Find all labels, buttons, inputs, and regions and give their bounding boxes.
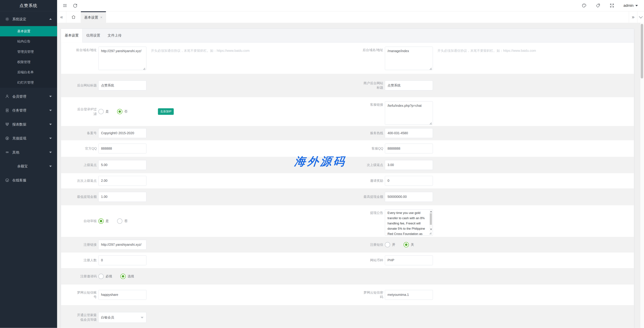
field-label: 梦网云短信账号 xyxy=(74,290,97,299)
radio-icon[interactable] xyxy=(98,109,104,114)
sidebar-item-site-announcement[interactable]: 站内公告 xyxy=(0,36,57,47)
link-icon xyxy=(5,150,10,155)
third-parent-rebate-input[interactable] xyxy=(98,176,146,186)
sidebar-item-basic-settings[interactable]: 基本设置 xyxy=(0,26,57,36)
sidebar-item-others[interactable]: 其他 xyxy=(0,147,57,158)
scroll-tabs-left-icon[interactable]: « xyxy=(57,11,66,23)
min-withdraw-input[interactable] xyxy=(98,192,146,202)
register-link-input[interactable] xyxy=(98,240,146,250)
collapse-sidebar-icon[interactable] xyxy=(62,3,67,8)
register-sms-option-0[interactable]: 开 xyxy=(385,242,395,247)
sidebar-item-label: 会员管理 xyxy=(12,94,26,99)
settings-card: 基本设置信用设置文件上传 前台域名/地址开头必须加通信协议，末尾不要留斜杠。如：… xyxy=(61,29,634,328)
settings-tab-credit-settings[interactable]: 信用设置 xyxy=(82,29,104,42)
sidebar-item-report-data[interactable]: 报表数据 xyxy=(0,119,57,130)
service-link-textarea[interactable] xyxy=(385,101,433,125)
tab-label: 基本设置 xyxy=(84,15,98,20)
field-label: 备案号 xyxy=(74,131,97,135)
chevron-down-icon xyxy=(49,138,52,139)
site-currency-input[interactable] xyxy=(385,255,433,265)
back-domain-textarea[interactable] xyxy=(385,47,433,70)
form-cell-right: 网站币种 xyxy=(348,252,634,268)
max-withdraw-input[interactable] xyxy=(385,192,433,202)
radio-selected-icon[interactable] xyxy=(404,242,409,247)
radio-icon[interactable] xyxy=(385,242,390,247)
radio-icon[interactable] xyxy=(98,274,104,279)
sidebar-item-backend-whitelist[interactable]: 后端白名单 xyxy=(0,67,57,78)
sidebar-item-online-service[interactable]: 在线客服 xyxy=(0,175,57,185)
settings-tab-basic-settings[interactable]: 基本设置 xyxy=(61,29,82,43)
user-menu[interactable]: admin xyxy=(624,4,638,8)
home-tab[interactable] xyxy=(66,11,81,23)
yen-icon xyxy=(5,136,10,141)
sidebar-item-task-management[interactable]: 任务管理 xyxy=(0,105,57,116)
auto-review-option-0[interactable]: 是 xyxy=(98,218,109,224)
official-qq-input[interactable] xyxy=(98,144,146,154)
cloud-butler-min-level-select[interactable]: 白银会员 xyxy=(98,312,146,323)
scrollbar-thumb[interactable] xyxy=(641,24,643,79)
tab-basic-settings[interactable]: 基本设置 × xyxy=(81,11,106,23)
chevron-down-icon xyxy=(639,15,642,18)
tasks-icon xyxy=(5,108,10,113)
page-scrollbar[interactable] xyxy=(640,23,644,328)
fullscreen-icon[interactable] xyxy=(610,3,614,8)
form-row: 官方QQ客服QQ xyxy=(61,140,634,157)
close-icon[interactable]: × xyxy=(100,15,102,20)
radio-label: 是 xyxy=(106,219,109,223)
sidebar-item-slideshow-management[interactable]: 幻灯片管理 xyxy=(0,78,57,88)
admin-site-title-input[interactable] xyxy=(98,81,146,90)
radio-selected-icon[interactable] xyxy=(98,218,104,224)
withdraw-notice-textarea[interactable]: Every time you use gold transfer to cash… xyxy=(385,209,433,236)
sidebar-item-system-settings[interactable]: 系统设定 xyxy=(0,14,57,24)
home-icon xyxy=(71,15,76,20)
textarea-scrollbar[interactable] xyxy=(429,210,432,231)
scrollbar-thumb[interactable] xyxy=(430,213,432,225)
sidebar-item-recharge-withdraw[interactable]: 充值提现 xyxy=(0,133,57,144)
tab-actions-menu[interactable] xyxy=(637,11,644,23)
scroll-tabs-right-icon[interactable]: » xyxy=(629,11,637,23)
mengwang-sms-password-input[interactable] xyxy=(385,290,433,300)
theme-palette-icon[interactable] xyxy=(582,3,586,8)
auto-review-option-1[interactable]: 否 xyxy=(117,218,128,224)
invite-reward-input[interactable] xyxy=(385,176,433,186)
login-ip-filter-option-1[interactable]: 否 xyxy=(117,109,128,114)
register-invite-code-option-1[interactable]: 选填 xyxy=(120,274,134,279)
field-label: 开通云管家最低会员等级 xyxy=(74,313,97,322)
field-label: 前台域名/地址 xyxy=(74,43,97,52)
sidebar-item-member-management[interactable]: 会员管理 xyxy=(0,91,57,102)
register-sms-radio-group: 开关 xyxy=(385,242,422,247)
register-sms-option-1[interactable]: 关 xyxy=(404,242,414,247)
front-domain-textarea[interactable] xyxy=(98,47,146,70)
sidebar-item-permission-management[interactable]: 权限管理 xyxy=(0,57,57,67)
service-qq-input[interactable] xyxy=(385,144,433,154)
register-count-input[interactable] xyxy=(98,255,146,265)
radio-selected-icon[interactable] xyxy=(117,109,122,114)
service-hotline-input[interactable] xyxy=(385,128,433,138)
sidebar-item-yuebao[interactable]: 余额宝 xyxy=(0,161,57,172)
login-ip-filter-button[interactable]: 去添加IP xyxy=(158,108,174,115)
field-label: 上级返点 xyxy=(74,163,97,167)
sidebar-item-admin-management[interactable]: 管理员管理 xyxy=(0,47,57,57)
refresh-icon[interactable] xyxy=(73,3,78,8)
login-ip-filter-option-0[interactable]: 是 xyxy=(98,109,109,114)
settings-tab-file-upload[interactable]: 文件上传 xyxy=(104,29,125,42)
register-invite-code-option-0[interactable]: 必填 xyxy=(98,274,112,279)
form-cell-left: 次次上级返点 xyxy=(61,173,348,188)
radio-icon[interactable] xyxy=(117,218,122,224)
form-row: 上级返点次上级返点 xyxy=(61,157,634,173)
mengwang-sms-account-input[interactable] xyxy=(98,290,146,300)
field-label: 注册邀请码 xyxy=(74,274,97,278)
icp-number-input[interactable] xyxy=(98,128,146,138)
second-parent-rebate-input[interactable] xyxy=(385,160,433,170)
merchant-site-title-input[interactable] xyxy=(385,81,433,90)
field-label: 次次上级返点 xyxy=(74,179,97,183)
tag-icon[interactable] xyxy=(596,3,600,8)
scroll-up-icon[interactable] xyxy=(430,211,432,212)
chevron-down-icon xyxy=(49,110,52,111)
sidebar-item-label: 任务管理 xyxy=(12,108,26,113)
smiley-icon xyxy=(5,178,10,182)
parent-rebate-input[interactable] xyxy=(98,160,146,170)
form-row: 后台登录IP过滤是否去添加IP客服链接 xyxy=(61,97,634,126)
radio-selected-icon[interactable] xyxy=(120,274,126,279)
scroll-down-icon[interactable] xyxy=(430,229,432,230)
